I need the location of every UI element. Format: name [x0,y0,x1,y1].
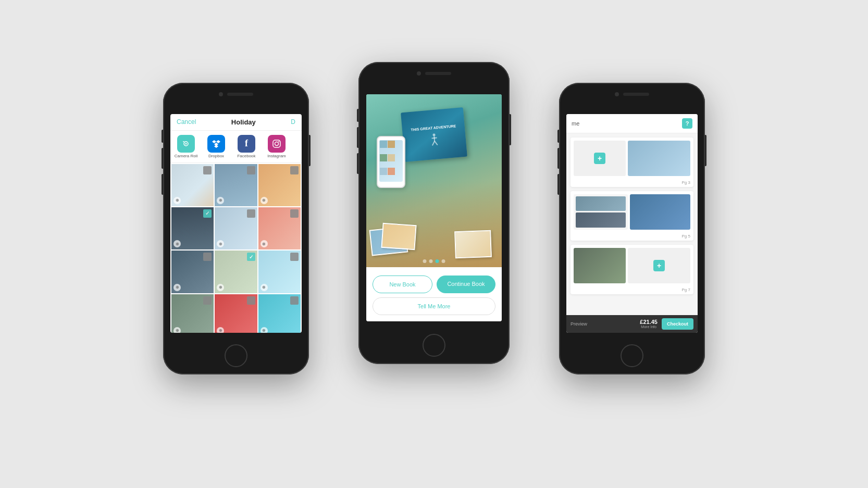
page-spread-5-inner [571,191,693,233]
photo-cell-5[interactable]: ⊕ [215,207,257,249]
photo-cell-4[interactable]: ⊕ [171,207,214,249]
right-nav-title: me [572,120,579,127]
page-spread-7-inner: + [571,245,693,286]
page-label-7: Pg 7 [571,286,693,294]
camera-dot-left [219,92,223,96]
right-phone-screen: me ? + Pg 3 [566,114,698,333]
hero-area: THIS GREAT ADVENTURE [366,94,502,267]
photo-cell-6[interactable]: ⊕ [258,207,301,249]
left-screen-content: Cancel Holiday D Camer [170,114,302,333]
source-camera-roll[interactable]: Camera Roll [172,135,200,158]
source-dropbox[interactable]: Dropbox [203,135,230,158]
new-book-button[interactable]: New Book [373,276,432,293]
photo-checkbox-12[interactable] [290,296,299,305]
page-3-right [628,141,690,176]
photo-checkbox-5[interactable] [247,209,255,218]
page-label-3: Pg 3 [571,179,693,187]
zoom-icon-3[interactable]: ⊕ [261,197,268,204]
photo-checkbox-11[interactable] [247,296,255,305]
photo-cell-11[interactable]: ⊕ [215,294,257,333]
photo-checkbox-9[interactable] [290,253,299,261]
done-button[interactable]: D [291,118,295,126]
vol-down-right [557,174,559,195]
home-button-left[interactable] [225,344,247,367]
photo-sources: Camera Roll Dropbox [170,131,302,163]
photo-checkbox-4[interactable] [203,209,212,218]
instagram-icon [268,135,286,153]
pages-scroll-area[interactable]: + Pg 3 [566,133,698,315]
zoom-icon-12[interactable]: ⊕ [261,327,268,333]
add-photo-btn-3[interactable]: + [594,153,605,164]
page-3-left[interactable]: + [574,141,626,176]
dot-1[interactable] [423,259,427,263]
checkout-button[interactable]: Checkout [662,318,693,330]
page-7-right[interactable]: + [628,248,690,283]
help-button[interactable]: ? [682,118,692,129]
page-label-5: Pg 5 [571,233,693,241]
phones-container: Cancel Holiday D Camer [147,41,721,447]
svg-marker-3 [212,140,216,143]
photo-cell-12[interactable]: ⊕ [258,294,301,333]
hero-book-cover: THIS GREAT ADVENTURE [401,107,467,161]
svg-point-8 [275,142,279,145]
photo-cell-8[interactable]: ⊕ [215,251,257,293]
dot-2[interactable] [429,259,433,263]
zoom-icon-1[interactable]: ⊕ [173,197,181,204]
cancel-button[interactable]: Cancel [177,118,196,126]
right-footer: Preview £21.45 More Info Checkout [566,315,698,333]
photo-checkbox-2[interactable] [247,166,255,174]
photo-checkbox-1[interactable] [203,166,212,174]
phone-top-center [417,71,451,76]
phone-center: THIS GREAT ADVENTURE [358,62,510,364]
page-5-left-bottom [576,212,626,228]
tell-me-more-button[interactable]: Tell Me More [373,297,495,315]
home-button-right[interactable] [621,344,643,367]
home-button-center[interactable] [423,334,445,357]
photo-checkbox-8[interactable] [247,253,255,261]
camera-dot-center [417,71,421,76]
center-phone-screen: THIS GREAT ADVENTURE [366,94,502,321]
dot-4[interactable] [442,259,445,263]
source-instagram[interactable]: Instagram [263,135,290,158]
power-btn-center [510,114,511,145]
vol-down-left [162,174,163,195]
zoom-icon-8[interactable]: ⊕ [217,284,224,291]
photo-cell-1[interactable]: ⊕ [171,164,214,206]
vol-up-center [357,127,358,148]
svg-point-1 [185,143,187,144]
photo-checkbox-6[interactable] [290,209,299,218]
zoom-icon-10[interactable]: ⊕ [173,327,181,333]
photo-checkbox-10[interactable] [203,296,212,305]
photo-checkbox-7[interactable] [203,253,212,261]
photo-cell-9[interactable]: ⊕ [258,251,301,293]
price-display: £21.45 More Info [640,319,658,329]
preview-button[interactable]: Preview [571,321,638,327]
center-action-buttons: New Book Continue Book Tell Me More [366,267,502,321]
phone-left: Cancel Holiday D Camer [163,83,309,374]
source-facebook[interactable]: f Facebook [233,135,260,158]
page-spread-3-inner: + [571,137,693,179]
photo-cell-2[interactable]: ⊕ [215,164,257,206]
vol-up-right [557,148,559,169]
page-5-right [630,194,690,230]
zoom-icon-9[interactable]: ⊕ [261,284,268,291]
zoom-icon-7[interactable]: ⊕ [173,284,181,291]
zoom-icon-11[interactable]: ⊕ [217,327,224,333]
more-info-label[interactable]: More Info [641,325,656,329]
carousel-dots [423,259,445,263]
svg-rect-2 [183,141,184,142]
camera-dot-right [615,92,619,96]
photo-checkbox-3[interactable] [290,166,299,174]
left-nav-bar: Cancel Holiday D [170,114,302,131]
speaker-center [425,72,451,75]
photo-cell-10[interactable]: ⊕ [171,294,214,333]
zoom-icon-6[interactable]: ⊕ [261,240,268,247]
photo-cell-7[interactable]: ⊕ [171,251,214,293]
mute-btn-left [162,130,163,143]
svg-marker-6 [214,145,218,148]
continue-book-button[interactable]: Continue Book [437,276,495,293]
add-photo-btn-7[interactable]: + [653,260,665,271]
dot-3-active[interactable] [436,259,439,263]
facebook-label: Facebook [237,154,255,158]
photo-cell-3[interactable]: ⊕ [258,164,301,206]
